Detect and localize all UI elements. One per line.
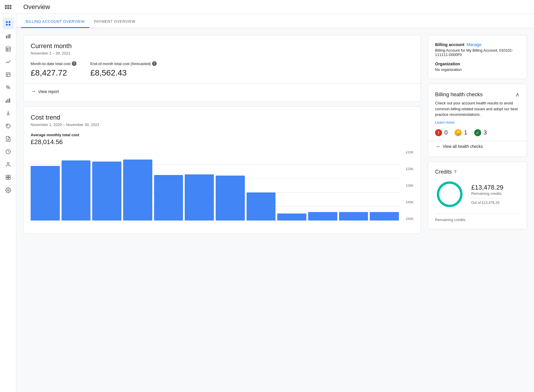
page-title: Overview: [23, 3, 50, 11]
y-label-30k: £30K: [406, 184, 413, 187]
health-checks-card: Billing health checks ∧ Check out your a…: [428, 84, 527, 157]
bar-3: [123, 160, 152, 220]
svg-rect-0: [6, 21, 8, 23]
topbar: Overview: [16, 0, 534, 14]
sidebar: ▾ %: [0, 0, 16, 392]
svg-rect-15: [7, 99, 8, 103]
eom-value: £8,562.43: [90, 68, 157, 78]
svg-point-21: [7, 162, 9, 164]
grid-icon: [5, 5, 11, 9]
sidebar-item-savings[interactable]: [2, 56, 14, 68]
svg-rect-5: [8, 35, 8, 38]
y-label-10k: £10K: [406, 150, 413, 154]
credits-amount: £13,478.29: [471, 184, 503, 191]
learn-more-link[interactable]: Learn more: [435, 120, 454, 125]
chart-bars: [31, 150, 399, 220]
avg-cost-section: Average monthly total cost £28,014.56: [31, 133, 413, 146]
bar-9: [308, 212, 337, 220]
health-stats: ! 0 💡 1 ✓ 3: [435, 129, 520, 136]
credits-donut: [435, 180, 464, 209]
view-report-link[interactable]: → View report: [31, 88, 413, 94]
credits-body: £13,478.29 Remaining credits Out of £13,…: [435, 180, 520, 209]
bar-6: [216, 176, 245, 220]
cost-trend-title: Cost trend: [31, 114, 413, 121]
billing-account-label: Billing account: [435, 42, 464, 47]
credits-footer: Remaining credits: [435, 214, 520, 222]
chevron-up-icon[interactable]: ∧: [515, 91, 520, 98]
tab-payment-overview[interactable]: PAYMENT OVERVIEW: [89, 16, 140, 28]
bar-0: [31, 166, 60, 220]
svg-point-17: [7, 125, 8, 126]
health-arrow-icon: →: [435, 144, 440, 150]
health-title: Billing health checks: [435, 92, 483, 98]
health-stat-errors: ! 0: [435, 129, 448, 136]
sidebar-item-analytics[interactable]: [2, 94, 14, 106]
svg-rect-6: [9, 34, 10, 38]
y-label-40k: £40K: [406, 200, 413, 204]
sidebar-item-build[interactable]: [2, 172, 14, 183]
eom-help-icon[interactable]: ?: [152, 61, 157, 66]
chart-y-labels: £50K £40K £30K £20K £10K: [406, 150, 413, 220]
bar-1: [62, 160, 91, 220]
svg-point-28: [438, 183, 461, 206]
bar-11: [370, 212, 399, 220]
main-content: Current month November 1 – 30, 2021 Mont…: [16, 28, 534, 392]
current-month-subtitle: November 1 – 30, 2021: [31, 51, 413, 55]
tabbar: BILLING ACCOUNT OVERVIEW PAYMENT OVERVIE…: [16, 14, 534, 28]
billing-account-value: Billing Account for My Billing Account, …: [435, 48, 520, 57]
credits-help-icon[interactable]: ?: [454, 169, 456, 174]
tab-billing-account-overview[interactable]: BILLING ACCOUNT OVERVIEW: [21, 16, 89, 28]
svg-rect-25: [8, 178, 10, 180]
ok-count: 3: [484, 129, 487, 136]
credits-footer-label: Remaining credits: [435, 218, 465, 222]
avg-cost-value: £28,014.56: [31, 138, 413, 146]
cost-divider: [24, 83, 420, 84]
mtd-cost-item: Month-to-date total cost ? £8,427.72: [31, 61, 76, 78]
sidebar-item-settings[interactable]: [2, 184, 14, 196]
health-stat-warnings: 💡 1: [455, 129, 467, 136]
cost-trend-subtitle: November 1, 2020 – November 30, 2021: [31, 123, 413, 127]
error-icon: !: [435, 129, 442, 136]
mtd-value: £8,427.72: [31, 68, 76, 78]
donut-svg: [435, 180, 464, 209]
health-description: Check out your account health results to…: [435, 100, 520, 118]
sidebar-item-docs[interactable]: [2, 133, 14, 145]
credits-out-of-label: Out of £13,478.29: [471, 198, 503, 205]
bar-4: [154, 175, 183, 220]
bar-10: [339, 212, 368, 220]
svg-rect-16: [9, 98, 10, 103]
sidebar-item-person[interactable]: [2, 159, 14, 170]
svg-rect-1: [8, 21, 10, 23]
svg-rect-2: [6, 24, 8, 26]
eom-cost-item: End-of-month total cost (forecasted) ? £…: [90, 61, 157, 78]
health-header: Billing health checks ∧: [435, 91, 520, 98]
view-all-health-link[interactable]: → View all health checks: [435, 144, 520, 150]
nav-bar: [0, 0, 16, 14]
sidebar-item-export[interactable]: [2, 107, 14, 119]
org-label: Organization: [435, 62, 520, 66]
sidebar-item-table[interactable]: [2, 43, 14, 55]
svg-rect-14: [6, 100, 6, 103]
mtd-label: Month-to-date total cost ?: [31, 61, 76, 66]
sidebar-item-reports[interactable]: [2, 30, 14, 42]
sidebar-item-tags[interactable]: [2, 120, 14, 132]
sidebar-item-overview[interactable]: [2, 18, 14, 29]
cost-row: Month-to-date total cost ? £8,427.72 End…: [31, 61, 413, 78]
svg-rect-23: [8, 175, 10, 177]
svg-rect-4: [6, 36, 7, 38]
credits-card: Credits ? £13,478.29 Remaining credits O…: [428, 162, 527, 229]
right-column: Billing account Manage Billing Account f…: [428, 35, 527, 385]
svg-rect-3: [8, 24, 10, 26]
mtd-help-icon[interactable]: ?: [72, 61, 76, 66]
cost-trend-chart: £50K £40K £30K £20K £10K: [31, 150, 413, 226]
cost-trend-card: Cost trend November 1, 2020 – November 3…: [23, 106, 421, 234]
warning-count: 1: [464, 129, 467, 136]
warning-icon: 💡: [455, 129, 462, 136]
left-column: Current month November 1 – 30, 2021 Mont…: [23, 35, 421, 385]
sidebar-item-percent[interactable]: %: [2, 82, 14, 93]
sidebar-item-budget[interactable]: [2, 69, 14, 80]
current-month-card: Current month November 1 – 30, 2021 Mont…: [23, 35, 421, 102]
billing-account-card: Billing account Manage Billing Account f…: [428, 35, 527, 79]
manage-link[interactable]: Manage: [467, 42, 481, 47]
sidebar-item-history[interactable]: [2, 146, 14, 158]
